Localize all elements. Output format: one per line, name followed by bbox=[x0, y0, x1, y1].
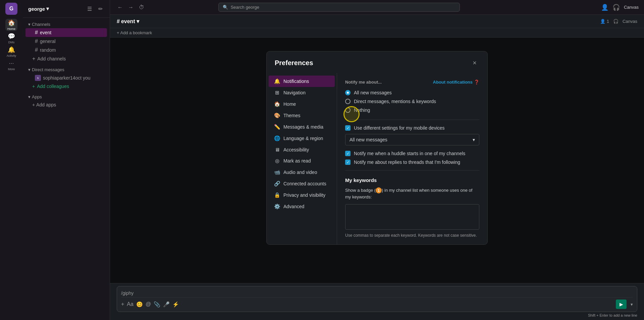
notify-radio-group: All new messages Direct messages, mentio… bbox=[345, 90, 479, 113]
messages-icon: ✏️ bbox=[274, 124, 280, 130]
workspace-sidebar: george ▾ ☰ ✏ ▾ Channels # event # genera… bbox=[23, 0, 110, 320]
radio-dm-circle bbox=[345, 99, 351, 104]
headphones-channel-icon[interactable]: 🎧 bbox=[613, 19, 619, 24]
prefs-item-navigation[interactable]: ⊞ Navigation bbox=[269, 87, 335, 98]
huddle-checkbox-row[interactable]: Notify me when a huddle starts in one of… bbox=[345, 151, 479, 156]
channel-item-random[interactable]: # random bbox=[25, 46, 107, 54]
dms-icon: 💬 bbox=[8, 33, 15, 40]
add-icon[interactable]: + bbox=[121, 301, 124, 307]
mic-icon[interactable]: 🎤 bbox=[163, 301, 170, 308]
radio-dm-mentions[interactable]: Direct messages, mentions & keywords bbox=[345, 99, 479, 104]
add-apps-button[interactable]: + Add apps bbox=[23, 101, 110, 109]
radio-all-circle bbox=[345, 90, 351, 95]
modal-header: Preferences × bbox=[267, 51, 487, 73]
prefs-item-privacy[interactable]: 🔒 Privacy and visibility bbox=[269, 189, 335, 201]
dropdown-arrow-icon: ▾ bbox=[473, 137, 475, 142]
advanced-icon: ⚙️ bbox=[274, 203, 280, 210]
more-actions-icon[interactable]: ⚡ bbox=[172, 301, 179, 308]
more-icon: ··· bbox=[9, 60, 14, 67]
history-button[interactable]: ⏱ bbox=[137, 3, 146, 12]
channel-hash: # bbox=[117, 18, 120, 25]
canvas-icon[interactable]: Canvas bbox=[624, 5, 639, 10]
language-icon: 🌐 bbox=[274, 135, 280, 141]
prefs-item-home[interactable]: 🏠 Home bbox=[269, 98, 335, 110]
search-input[interactable]: 🔍 Search george bbox=[218, 3, 460, 12]
prefs-item-accessibility[interactable]: 🖥 Accessibility bbox=[269, 144, 335, 155]
emoji-icon[interactable]: 😊 bbox=[136, 301, 143, 308]
workspace-name[interactable]: george ▾ bbox=[28, 6, 49, 12]
sidebar-item-home[interactable]: 🏠 Home bbox=[5, 19, 17, 31]
workspace-avatar[interactable]: G bbox=[5, 3, 17, 15]
attachment-icon[interactable]: 📎 bbox=[154, 301, 160, 308]
top-bar: ← → ⏱ 🔍 Search george 👤 🎧 Canvas bbox=[110, 0, 644, 15]
channel-hash-icon: # bbox=[35, 47, 38, 53]
notify-title-row: Notify me about... About notifications ❓ bbox=[345, 80, 479, 85]
workspace-dropdown-icon: ▾ bbox=[46, 6, 49, 12]
app-sidebar: G 🏠 Home 💬 DMs 🔔 Activity ··· More bbox=[0, 0, 23, 320]
prefs-item-themes[interactable]: 🎨 Themes bbox=[269, 110, 335, 121]
channel-title[interactable]: # event ▾ bbox=[117, 18, 139, 25]
modal-body: 🔔 Notifications ⊞ Navigation 🏠 Home bbox=[267, 73, 487, 244]
text-format-icon[interactable]: Aa bbox=[127, 301, 133, 307]
radio-all-messages[interactable]: All new messages bbox=[345, 90, 479, 95]
channel-item-event[interactable]: # event bbox=[25, 28, 107, 37]
user-status-icon[interactable]: 👤 bbox=[601, 4, 608, 11]
add-icon: + bbox=[32, 56, 35, 62]
prefs-item-notifications[interactable]: 🔔 Notifications bbox=[269, 76, 335, 87]
prefs-item-language[interactable]: 🌐 Language & region bbox=[269, 133, 335, 144]
huddle-checkbox bbox=[345, 151, 351, 156]
back-button[interactable]: ← bbox=[115, 3, 125, 12]
channel-hash-icon: # bbox=[35, 30, 38, 36]
mention-icon[interactable]: @ bbox=[146, 301, 151, 307]
prefs-item-mark-read[interactable]: ◎ Mark as read bbox=[269, 155, 335, 167]
channel-item-general[interactable]: # general bbox=[25, 37, 107, 46]
keywords-badge: 1 bbox=[376, 187, 382, 193]
channel-header: # event ▾ 👤 1 🎧 Canvas bbox=[110, 15, 644, 28]
message-input[interactable]: /giphy bbox=[121, 289, 633, 297]
dm-item-sophia[interactable]: s sophiaparker14oct you bbox=[25, 74, 107, 82]
headphones-icon[interactable]: 🎧 bbox=[612, 4, 620, 11]
send-button[interactable]: ▶ bbox=[616, 300, 627, 309]
compose-button[interactable]: ✏ bbox=[96, 5, 104, 13]
keywords-input[interactable] bbox=[345, 204, 479, 230]
audio-video-icon: 📹 bbox=[274, 169, 280, 175]
keywords-desc: Show a badge (1) in my channel list when… bbox=[345, 187, 479, 200]
modal-overlay[interactable]: Preferences × 🔔 Notifications ⊞ Navigati… bbox=[110, 38, 644, 283]
apps-collapse-icon: ▾ bbox=[28, 94, 31, 99]
prefs-item-messages[interactable]: ✏️ Messages & media bbox=[269, 121, 335, 133]
prefs-item-connected[interactable]: 🔗 Connected accounts bbox=[269, 178, 335, 189]
keywords-title: My keywords bbox=[345, 177, 479, 183]
prefs-sidebar: 🔔 Notifications ⊞ Navigation 🏠 Home bbox=[267, 73, 337, 244]
channel-header-right: 👤 1 🎧 Canvas bbox=[600, 19, 637, 24]
sidebar-item-more[interactable]: ··· More bbox=[5, 59, 17, 71]
add-apps-icon: + bbox=[32, 102, 36, 107]
filter-button[interactable]: ☰ bbox=[86, 5, 94, 13]
nav-buttons: ← → ⏱ bbox=[115, 3, 146, 12]
add-channels-button[interactable]: + Add channels bbox=[23, 54, 110, 63]
sidebar-content: ▾ Channels # event # general # random + … bbox=[23, 18, 110, 320]
add-colleagues-button[interactable]: + Add colleagues bbox=[23, 82, 110, 90]
mobile-dropdown[interactable]: All new messages ▾ bbox=[345, 134, 479, 145]
home-prefs-icon: 🏠 bbox=[274, 101, 280, 107]
mobile-checkbox-row[interactable]: Use different settings for my mobile dev… bbox=[345, 125, 479, 131]
prefs-item-audio-video[interactable]: 📹 Audio and video bbox=[269, 167, 335, 178]
dms-header[interactable]: ▾ Direct messages bbox=[23, 66, 110, 74]
forward-button[interactable]: → bbox=[126, 3, 136, 12]
sidebar-item-dms[interactable]: 💬 DMs bbox=[5, 32, 17, 44]
replies-checkbox-row[interactable]: Notify me about replies to threads that … bbox=[345, 159, 479, 165]
canvas-channel-label[interactable]: Canvas bbox=[623, 19, 637, 24]
members-button[interactable]: 👤 1 bbox=[600, 19, 609, 24]
send-dropdown[interactable]: ▾ bbox=[631, 302, 633, 307]
channels-header[interactable]: ▾ Channels bbox=[23, 20, 110, 28]
prefs-item-advanced[interactable]: ⚙️ Advanced bbox=[269, 201, 335, 212]
input-toolbar: + Aa 😊 @ 📎 🎤 ⚡ ▶ ▾ bbox=[121, 297, 633, 309]
radio-nothing[interactable]: Nothing bbox=[345, 107, 479, 113]
accessibility-icon: 🖥 bbox=[274, 147, 280, 152]
modal-close-button[interactable]: × bbox=[470, 58, 479, 67]
activity-icon: 🔔 bbox=[8, 46, 15, 53]
bookmark-bar[interactable]: + Add a bookmark bbox=[110, 28, 644, 38]
chat-area: Preferences × 🔔 Notifications ⊞ Navigati… bbox=[110, 38, 644, 283]
sidebar-item-activity[interactable]: 🔔 Activity bbox=[5, 46, 17, 58]
about-notifications-link[interactable]: About notifications ❓ bbox=[433, 80, 479, 85]
apps-header[interactable]: ▾ Apps bbox=[23, 93, 110, 101]
